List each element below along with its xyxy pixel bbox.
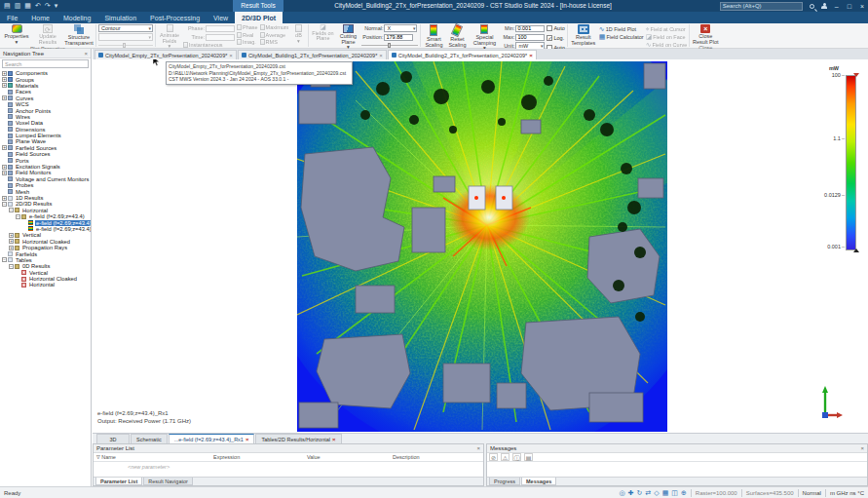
column-name[interactable]: ∇ Name bbox=[94, 454, 210, 460]
city-field-plot[interactable] bbox=[297, 61, 667, 432]
zoom-icon[interactable]: ◎ bbox=[620, 489, 625, 497]
collapse-icon[interactable]: − bbox=[9, 264, 14, 269]
phase-input[interactable] bbox=[206, 25, 235, 32]
collapse-icon[interactable]: − bbox=[2, 257, 7, 262]
instantaneous-button[interactable]: Instantaneous bbox=[183, 42, 235, 48]
log-checkbox-row[interactable]: ✓Log. bbox=[547, 34, 564, 42]
restore-button[interactable]: □ bbox=[846, 3, 853, 10]
expand-icon[interactable]: + bbox=[2, 196, 7, 201]
parameter-list-body[interactable]: <new parameter> bbox=[94, 462, 483, 477]
pan-icon[interactable]: ✚ bbox=[628, 489, 634, 497]
dock-tab-messages[interactable]: Messages bbox=[521, 478, 556, 485]
status-mode[interactable]: Normal bbox=[803, 490, 821, 496]
open-icon[interactable]: ▤ bbox=[4, 2, 11, 10]
menu-tab-modeling[interactable]: Modeling bbox=[57, 12, 97, 23]
db-button[interactable]: dB ▾ bbox=[290, 24, 306, 44]
plot-type-combo[interactable]: Contour ▾ bbox=[98, 24, 153, 32]
colorbar-gradient[interactable] bbox=[846, 75, 856, 250]
field-on-face-button[interactable]: ◪Field on Face bbox=[646, 34, 688, 40]
view-tab[interactable]: Tables/2D Results/Horizontal× bbox=[255, 434, 341, 443]
collapse-icon[interactable]: − bbox=[9, 208, 14, 212]
global-search-input[interactable]: Search (Alt+Q) bbox=[720, 2, 803, 11]
special-clamping-button[interactable]: Special Clamping ▾ bbox=[470, 24, 499, 52]
close-tab-icon[interactable]: × bbox=[332, 437, 336, 442]
dock-tab-parameter-list[interactable]: Parameter List bbox=[95, 478, 142, 485]
document-tab[interactable]: CityModel_Building2_2Tx_forPresentation_… bbox=[388, 50, 537, 59]
errors-filter-icon[interactable]: ⊘ bbox=[489, 453, 498, 461]
imag-button[interactable]: Imag. bbox=[237, 39, 258, 45]
expand-icon[interactable]: + bbox=[2, 171, 7, 175]
slider-thumb[interactable] bbox=[123, 43, 126, 48]
structure-transparent-button[interactable]: Structure Transparent bbox=[64, 24, 94, 46]
expand-icon[interactable]: + bbox=[2, 96, 7, 100]
close-panel-icon[interactable]: × bbox=[84, 51, 88, 57]
plot-subtype-combo[interactable]: ▾ bbox=[98, 33, 153, 41]
close-tab-icon[interactable]: × bbox=[229, 53, 233, 58]
search-icon[interactable] bbox=[810, 4, 814, 9]
save-icon[interactable]: ▥ bbox=[15, 2, 21, 10]
grid-icon[interactable]: ▦ bbox=[662, 489, 669, 497]
view-tab[interactable]: ...e-field (f=2.69;z=43.4)_Rx1× bbox=[169, 434, 255, 443]
warnings-filter-icon[interactable]: ⚠ bbox=[501, 453, 509, 461]
auto-min-checkbox[interactable] bbox=[547, 25, 552, 31]
select-icon[interactable]: ◇ bbox=[654, 489, 659, 497]
column-value[interactable]: Value bbox=[304, 454, 390, 460]
user-account-icon[interactable] bbox=[821, 3, 828, 10]
field-calculator-button[interactable]: ▦Field Calculator bbox=[599, 34, 644, 40]
expand-icon[interactable]: + bbox=[2, 165, 7, 170]
rms-button[interactable]: RMS bbox=[260, 39, 289, 45]
close-tab-icon[interactable]: × bbox=[245, 437, 249, 442]
slider-thumb[interactable] bbox=[388, 43, 391, 48]
column-expression[interactable]: Expression bbox=[210, 454, 304, 460]
cutting-plane-button[interactable]: Cutting Plane ▾ bbox=[336, 24, 359, 51]
animate-fields-button[interactable]: Animate Fields ▾ bbox=[158, 24, 181, 50]
maximum-button[interactable]: Maximum bbox=[260, 24, 289, 30]
field-on-curve-button[interactable]: ∿Field on Curve bbox=[646, 42, 688, 48]
tree-search-input[interactable]: Search bbox=[2, 59, 89, 68]
auto-min-checkbox-row[interactable]: Auto bbox=[547, 24, 564, 32]
normal-combo[interactable]: X▾ bbox=[384, 24, 417, 32]
update-results-button[interactable]: ⟳ Update Results bbox=[33, 24, 62, 45]
plot-type-slider[interactable] bbox=[98, 42, 153, 48]
close-window-button[interactable]: × bbox=[858, 3, 866, 10]
swap-view-icon[interactable]: ⇄ bbox=[645, 489, 651, 497]
colorbar-max-marker[interactable] bbox=[853, 73, 859, 77]
expand-icon[interactable]: + bbox=[2, 145, 7, 150]
dock-tab-progress[interactable]: Progress bbox=[489, 478, 520, 485]
menu-tab-view[interactable]: View bbox=[207, 12, 235, 23]
field-at-cursor-button[interactable]: ⌖Field at Cursor bbox=[646, 26, 688, 32]
document-tab[interactable]: CityModel_Empty_2Tx_forPresentation_2024… bbox=[94, 50, 237, 59]
close-result-plot-button[interactable]: × Close Result Plot bbox=[692, 24, 719, 45]
fields-on-plane-button[interactable]: ◪ Fields on Plane bbox=[311, 24, 334, 42]
export-icon[interactable]: ▤ bbox=[524, 453, 533, 461]
redo-icon[interactable]: ↷ bbox=[45, 2, 51, 10]
position-slider[interactable] bbox=[361, 42, 418, 48]
phase-button[interactable]: Phase bbox=[237, 24, 258, 30]
close-panel-icon[interactable]: × bbox=[860, 445, 864, 451]
collapse-icon[interactable]: − bbox=[16, 214, 20, 219]
smart-scaling-button[interactable]: Smart Scaling bbox=[423, 24, 444, 48]
time-input[interactable] bbox=[206, 34, 235, 41]
window-icon[interactable]: ◫ bbox=[671, 489, 678, 497]
view-tab[interactable]: 3D bbox=[96, 434, 130, 443]
messages-body[interactable] bbox=[487, 462, 867, 477]
dock-tab-result-navigator[interactable]: Result Navigator bbox=[143, 478, 193, 485]
close-tab-icon[interactable]: × bbox=[529, 53, 533, 58]
column-description[interactable]: Description bbox=[390, 454, 483, 460]
view-tab[interactable]: Schematic bbox=[131, 434, 168, 443]
log-checkbox[interactable]: ✓ bbox=[547, 35, 552, 41]
expand-icon[interactable]: + bbox=[9, 246, 14, 250]
menu-tab-file[interactable]: File bbox=[0, 12, 24, 23]
max-input[interactable] bbox=[515, 34, 545, 41]
minimize-button[interactable]: – bbox=[833, 3, 841, 10]
result-templates-button[interactable]: Result Templates bbox=[570, 24, 597, 46]
info-filter-icon[interactable]: ⓘ bbox=[512, 453, 521, 461]
min-input[interactable] bbox=[515, 25, 545, 32]
reset-scaling-button[interactable]: Reset Scaling bbox=[446, 24, 468, 48]
undo-icon[interactable]: ↶ bbox=[35, 2, 41, 10]
collapse-icon[interactable]: − bbox=[2, 202, 7, 207]
menu-tab-simulation[interactable]: Simulation bbox=[97, 12, 143, 23]
close-panel-icon[interactable]: × bbox=[476, 445, 480, 451]
properties-button[interactable]: Properties ▾ bbox=[2, 24, 31, 45]
expand-icon[interactable]: + bbox=[9, 233, 14, 238]
